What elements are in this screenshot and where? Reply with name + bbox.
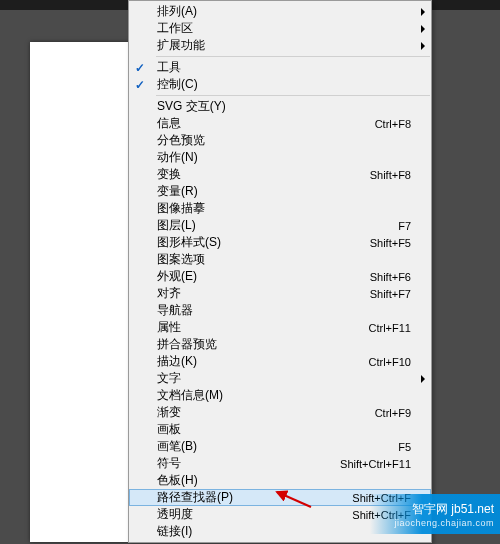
menu-item-shortcut: Ctrl+F8 — [375, 118, 411, 130]
menu-item-label: 图形样式(S) — [157, 234, 370, 251]
menu-item-label: 拼合器预览 — [157, 336, 411, 353]
menu-item-label: 画笔(B) — [157, 438, 398, 455]
menu-item[interactable]: 导航器 — [129, 302, 431, 319]
menu-item-label: 动作(N) — [157, 149, 411, 166]
menu-item[interactable]: 工作区 — [129, 20, 431, 37]
menu-item[interactable]: ✓控制(C) — [129, 76, 431, 93]
menu-item-label: 描边(K) — [157, 353, 369, 370]
menu-item[interactable]: 画笔(B)F5 — [129, 438, 431, 455]
chevron-right-icon — [421, 25, 425, 33]
menu-item[interactable]: 色板(H) — [129, 472, 431, 489]
menu-item-label: 符号 — [157, 455, 340, 472]
check-icon: ✓ — [135, 78, 145, 92]
chevron-right-icon — [421, 8, 425, 16]
check-icon: ✓ — [135, 61, 145, 75]
menu-item[interactable]: 信息Ctrl+F8 — [129, 115, 431, 132]
menu-item-label: 文档信息(M) — [157, 387, 411, 404]
menu-item[interactable]: 对齐Shift+F7 — [129, 285, 431, 302]
menu-item[interactable]: 图形样式(S)Shift+F5 — [129, 234, 431, 251]
menu-item-label: 信息 — [157, 115, 375, 132]
chevron-right-icon — [421, 42, 425, 50]
menu-item[interactable]: 图案选项 — [129, 251, 431, 268]
menu-item[interactable]: 变换Shift+F8 — [129, 166, 431, 183]
menu-item-shortcut: F5 — [398, 441, 411, 453]
menu-item[interactable]: 拼合器预览 — [129, 336, 431, 353]
menu-separator — [156, 95, 430, 96]
watermark: 智宇网 jb51.net jiaocheng.chajian.com — [370, 494, 500, 534]
menu-item-shortcut: Shift+F5 — [370, 237, 411, 249]
menu-item[interactable]: 排列(A) — [129, 3, 431, 20]
menu-item-label: 排列(A) — [157, 3, 411, 20]
menu-item-shortcut: Shift+F6 — [370, 271, 411, 283]
chevron-right-icon — [421, 375, 425, 383]
menu-item[interactable]: 描边(K)Ctrl+F10 — [129, 353, 431, 370]
window-menu[interactable]: 排列(A)工作区扩展功能✓工具✓控制(C)SVG 交互(Y)信息Ctrl+F8分… — [128, 0, 432, 543]
menu-item[interactable]: SVG 交互(Y) — [129, 98, 431, 115]
menu-item[interactable]: 文档信息(M) — [129, 387, 431, 404]
menu-item-shortcut: Ctrl+F9 — [375, 407, 411, 419]
menu-item[interactable]: 渐变Ctrl+F9 — [129, 404, 431, 421]
menu-item-label: 外观(E) — [157, 268, 370, 285]
menu-item-label: 变换 — [157, 166, 370, 183]
menu-item[interactable]: ✓工具 — [129, 59, 431, 76]
menu-item-shortcut: Ctrl+F11 — [369, 322, 412, 334]
watermark-line2: jiaocheng.chajian.com — [394, 518, 494, 528]
menu-item-label: 对齐 — [157, 285, 370, 302]
menu-item-label: 图像描摹 — [157, 200, 411, 217]
menu-item[interactable]: 变量(R) — [129, 183, 431, 200]
menu-item[interactable]: 属性Ctrl+F11 — [129, 319, 431, 336]
menu-item-label: 扩展功能 — [157, 37, 411, 54]
menu-item-label: 工具 — [157, 59, 411, 76]
menu-item-shortcut: F7 — [398, 220, 411, 232]
menu-item-label: 路径查找器(P) — [157, 489, 352, 506]
menu-item[interactable]: 符号Shift+Ctrl+F11 — [129, 455, 431, 472]
menu-item-label: 渐变 — [157, 404, 375, 421]
watermark-line1: 智宇网 jb51.net — [412, 501, 494, 518]
menu-item-label: 导航器 — [157, 302, 411, 319]
menu-item-shortcut: Ctrl+F10 — [369, 356, 412, 368]
menu-item-label: 属性 — [157, 319, 369, 336]
menu-item[interactable]: 外观(E)Shift+F6 — [129, 268, 431, 285]
menu-item-shortcut: Shift+F7 — [370, 288, 411, 300]
menu-item[interactable]: 扩展功能 — [129, 37, 431, 54]
menu-item-label: SVG 交互(Y) — [157, 98, 411, 115]
menu-item[interactable]: 画板 — [129, 421, 431, 438]
menu-item-label: 透明度 — [157, 506, 352, 523]
menu-item[interactable]: 图像描摹 — [129, 200, 431, 217]
menu-separator — [156, 56, 430, 57]
menu-item-shortcut: Shift+F8 — [370, 169, 411, 181]
document-canvas[interactable] — [30, 42, 130, 542]
menu-item[interactable]: 分色预览 — [129, 132, 431, 149]
menu-item-label: 控制(C) — [157, 76, 411, 93]
menu-item-label: 画板 — [157, 421, 411, 438]
menu-item-label: 色板(H) — [157, 472, 411, 489]
menu-item[interactable]: 文字 — [129, 370, 431, 387]
menu-item-label: 工作区 — [157, 20, 411, 37]
menu-item-shortcut: Shift+Ctrl+F11 — [340, 458, 411, 470]
menu-item-label: 图案选项 — [157, 251, 411, 268]
menu-item-label: 变量(R) — [157, 183, 411, 200]
menu-item-label: 分色预览 — [157, 132, 411, 149]
menu-item-label: 图层(L) — [157, 217, 398, 234]
menu-item[interactable]: 图层(L)F7 — [129, 217, 431, 234]
menu-item-label: 文字 — [157, 370, 411, 387]
menu-item[interactable]: 动作(N) — [129, 149, 431, 166]
